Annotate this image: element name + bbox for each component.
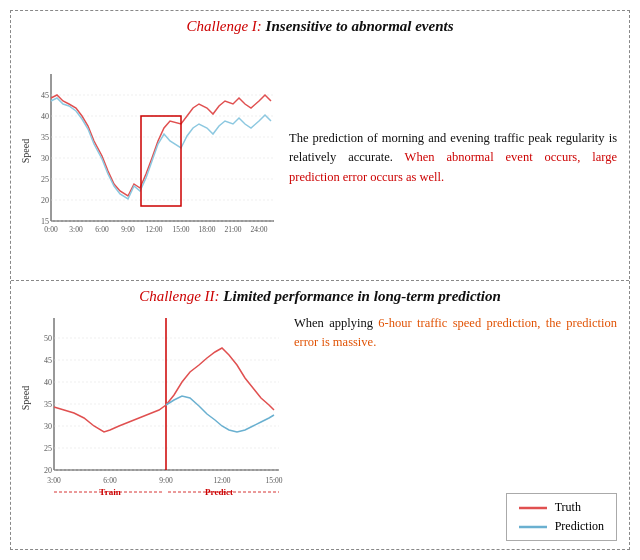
truth-legend-icon <box>519 506 547 510</box>
svg-text:24:00: 24:00 <box>250 225 267 234</box>
challenge1-description: The prediction of morning and evening tr… <box>285 125 621 191</box>
challenge1-title: Challenge I: Insensitive to abnormal eve… <box>19 17 621 37</box>
svg-text:40: 40 <box>41 112 49 121</box>
challenge2-desc: Limited performance in long-term predict… <box>223 288 501 304</box>
svg-text:15:00: 15:00 <box>172 225 189 234</box>
truth-predict <box>166 348 274 410</box>
svg-text:21:00: 21:00 <box>224 225 241 234</box>
legend-box: Truth Prediction <box>506 493 617 541</box>
svg-text:25: 25 <box>44 444 52 453</box>
challenge2-title: Challenge II: Limited performance in lon… <box>19 287 621 307</box>
svg-text:20: 20 <box>44 466 52 475</box>
chart1-wrapper: Speed 15 20 25 30 35 40 45 <box>19 66 279 251</box>
svg-text:45: 45 <box>41 91 49 100</box>
svg-text:50: 50 <box>44 334 52 343</box>
chart1-svg: Speed 15 20 25 30 35 40 45 <box>19 66 279 251</box>
svg-text:9:00: 9:00 <box>159 476 173 485</box>
challenge2-body: Speed 20 25 30 35 40 45 50 <box>19 310 621 545</box>
legend-truth: Truth <box>519 500 604 515</box>
prediction-legend-icon <box>519 525 547 529</box>
prediction-line-2 <box>166 396 274 432</box>
challenge1-body: Speed 15 20 25 30 35 40 45 <box>19 41 621 276</box>
challenge2-label: Challenge II: <box>139 288 223 304</box>
main-container: Challenge I: Insensitive to abnormal eve… <box>10 10 630 550</box>
prediction-line-1 <box>51 98 271 199</box>
legend-prediction: Prediction <box>519 519 604 534</box>
svg-text:6:00: 6:00 <box>103 476 117 485</box>
svg-text:12:00: 12:00 <box>213 476 230 485</box>
svg-text:25: 25 <box>41 175 49 184</box>
description2-normal: When applying <box>294 316 378 330</box>
svg-text:9:00: 9:00 <box>121 225 135 234</box>
svg-text:18:00: 18:00 <box>198 225 215 234</box>
svg-text:6:00: 6:00 <box>95 225 109 234</box>
svg-text:20: 20 <box>41 196 49 205</box>
svg-text:30: 30 <box>44 422 52 431</box>
svg-text:40: 40 <box>44 378 52 387</box>
chart2-wrapper: Speed 20 25 30 35 40 45 50 <box>19 310 284 510</box>
svg-text:35: 35 <box>41 133 49 142</box>
svg-text:3:00: 3:00 <box>47 476 61 485</box>
challenge1-label: Challenge I: <box>186 18 265 34</box>
svg-text:Speed: Speed <box>20 386 31 410</box>
svg-text:3:00: 3:00 <box>69 225 83 234</box>
truth-line-1 <box>51 95 271 196</box>
challenge2-description: When applying 6-hour traffic speed predi… <box>294 314 617 485</box>
prediction-label: Prediction <box>555 519 604 534</box>
chart2-svg: Speed 20 25 30 35 40 45 50 <box>19 310 284 510</box>
challenge2-section: Challenge II: Limited performance in lon… <box>11 281 629 550</box>
challenge1-section: Challenge I: Insensitive to abnormal eve… <box>11 11 629 281</box>
svg-text:35: 35 <box>44 400 52 409</box>
svg-text:30: 30 <box>41 154 49 163</box>
anomaly-highlight <box>141 116 181 206</box>
svg-text:15:00: 15:00 <box>265 476 282 485</box>
challenge2-right: When applying 6-hour traffic speed predi… <box>290 310 621 545</box>
challenge1-desc: Insensitive to abnormal events <box>266 18 454 34</box>
svg-text:12:00: 12:00 <box>145 225 162 234</box>
svg-text:Speed: Speed <box>20 138 31 162</box>
svg-text:0:00: 0:00 <box>44 225 58 234</box>
svg-text:45: 45 <box>44 356 52 365</box>
truth-train <box>54 405 166 432</box>
truth-label: Truth <box>555 500 581 515</box>
